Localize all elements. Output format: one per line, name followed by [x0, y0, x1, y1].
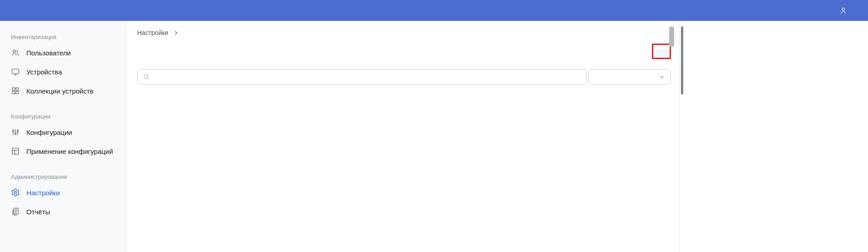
page-layout: ИнвентаризацияПользователиУстройстваКолл… — [0, 21, 868, 252]
search-row — [137, 69, 671, 84]
search-icon — [143, 73, 150, 80]
layout-icon — [11, 147, 20, 156]
add-attribute-button[interactable] — [655, 49, 668, 56]
gear-icon — [11, 188, 20, 197]
breadcrumb-separator-icon — [173, 30, 179, 36]
attributes-table — [137, 96, 671, 103]
sidebar-item-configurations[interactable]: Конфигурации — [0, 123, 126, 142]
sliders-icon — [11, 128, 20, 137]
detail-panel — [679, 21, 868, 252]
main-content: Настройки — [126, 21, 679, 252]
panel-scrollbar-thumb[interactable] — [681, 26, 683, 94]
title-row — [137, 44, 671, 59]
sidebar-section-label: Конфигурации — [11, 113, 126, 120]
user-menu[interactable] — [839, 6, 852, 15]
users-icon — [11, 48, 20, 57]
sidebar-section-label: Администрирование — [11, 173, 126, 180]
sidebar-item-label: Устройства — [26, 68, 62, 76]
table-header-row — [137, 96, 671, 103]
sidebar-item-label: Отчёты — [26, 208, 50, 216]
sidebar: ИнвентаризацияПользователиУстройстваКолл… — [0, 21, 126, 252]
sidebar-item-label: Настройки — [26, 189, 60, 197]
search-box — [137, 69, 587, 84]
sidebar-item-device-collections[interactable]: Коллекции устройств — [0, 81, 126, 100]
breadcrumb: Настройки — [137, 29, 671, 36]
annotation-highlight — [652, 44, 671, 59]
sidebar-section-label: Инвентаризация — [11, 34, 126, 40]
sidebar-item-users[interactable]: Пользователи — [0, 43, 126, 62]
filter-select[interactable] — [588, 69, 671, 84]
grid-icon — [11, 86, 20, 95]
sidebar-item-devices[interactable]: Устройства — [0, 62, 126, 81]
chevron-down-icon — [658, 74, 665, 80]
sidebar-item-label: Конфигурации — [26, 128, 72, 136]
monitor-icon — [11, 67, 20, 76]
search-input[interactable] — [153, 73, 582, 81]
sidebar-item-settings[interactable]: Настройки — [0, 183, 126, 202]
sidebar-item-label: Применение конфигураций — [26, 148, 113, 155]
sidebar-item-apply-configurations[interactable]: Применение конфигураций — [0, 142, 126, 161]
sidebar-item-label: Коллекции устройств — [26, 87, 94, 95]
sidebar-item-reports[interactable]: Отчёты — [0, 202, 126, 221]
main-scrollbar-thumb[interactable] — [669, 26, 674, 47]
sidebar-item-label: Пользователи — [26, 49, 71, 57]
breadcrumb-item[interactable]: Настройки — [137, 29, 168, 36]
report-icon — [11, 207, 20, 216]
user-icon — [839, 6, 848, 15]
topbar — [0, 0, 868, 21]
